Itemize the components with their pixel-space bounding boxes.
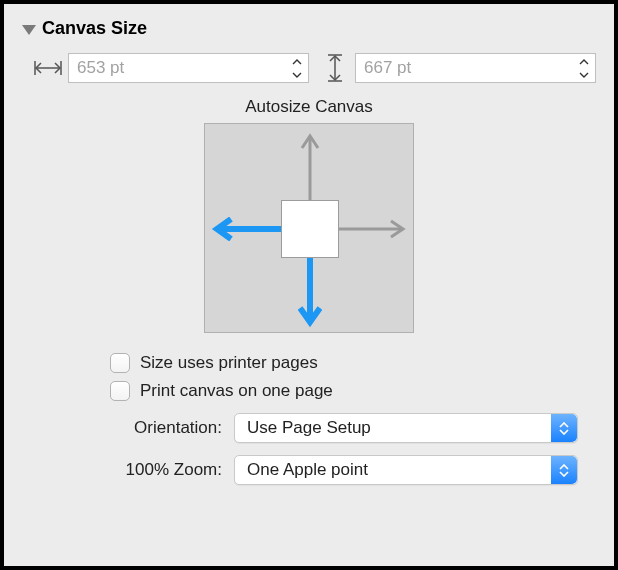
printer-pages-row: Size uses printer pages bbox=[110, 353, 596, 373]
arrow-down-icon[interactable] bbox=[298, 254, 322, 328]
printer-pages-label: Size uses printer pages bbox=[140, 353, 318, 373]
canvas-size-panel: Canvas Size bbox=[4, 4, 614, 566]
width-icon bbox=[34, 54, 62, 82]
section-header[interactable]: Canvas Size bbox=[22, 18, 596, 39]
orientation-label: Orientation: bbox=[22, 418, 234, 438]
stepper-up-icon[interactable] bbox=[574, 56, 594, 68]
orientation-row: Orientation: Use Page Setup bbox=[22, 413, 596, 443]
arrow-right-icon[interactable] bbox=[337, 219, 407, 239]
select-arrows-icon bbox=[551, 456, 577, 484]
width-stepper[interactable] bbox=[287, 55, 307, 81]
printer-pages-checkbox[interactable] bbox=[110, 353, 130, 373]
stepper-down-icon[interactable] bbox=[287, 69, 307, 81]
autosize-control[interactable] bbox=[204, 123, 414, 333]
orientation-value: Use Page Setup bbox=[247, 418, 371, 438]
autosize-label: Autosize Canvas bbox=[22, 97, 596, 117]
disclosure-triangle-icon[interactable] bbox=[22, 25, 36, 35]
width-field-wrap bbox=[68, 53, 309, 83]
one-page-label: Print canvas on one page bbox=[140, 381, 333, 401]
size-row bbox=[34, 53, 596, 83]
one-page-row: Print canvas on one page bbox=[110, 381, 596, 401]
height-stepper[interactable] bbox=[574, 55, 594, 81]
stepper-up-icon[interactable] bbox=[287, 56, 307, 68]
zoom-row: 100% Zoom: One Apple point bbox=[22, 455, 596, 485]
height-field-wrap bbox=[355, 53, 596, 83]
autosize-center[interactable] bbox=[281, 200, 339, 258]
width-input[interactable] bbox=[68, 53, 309, 83]
zoom-value: One Apple point bbox=[247, 460, 368, 480]
select-arrows-icon bbox=[551, 414, 577, 442]
height-icon bbox=[321, 54, 349, 82]
zoom-select[interactable]: One Apple point bbox=[234, 455, 578, 485]
arrow-left-icon[interactable] bbox=[211, 217, 285, 241]
arrow-up-icon[interactable] bbox=[300, 132, 320, 202]
stepper-down-icon[interactable] bbox=[574, 69, 594, 81]
one-page-checkbox[interactable] bbox=[110, 381, 130, 401]
orientation-select[interactable]: Use Page Setup bbox=[234, 413, 578, 443]
section-title: Canvas Size bbox=[42, 18, 147, 39]
zoom-label: 100% Zoom: bbox=[22, 460, 234, 480]
height-input[interactable] bbox=[355, 53, 596, 83]
